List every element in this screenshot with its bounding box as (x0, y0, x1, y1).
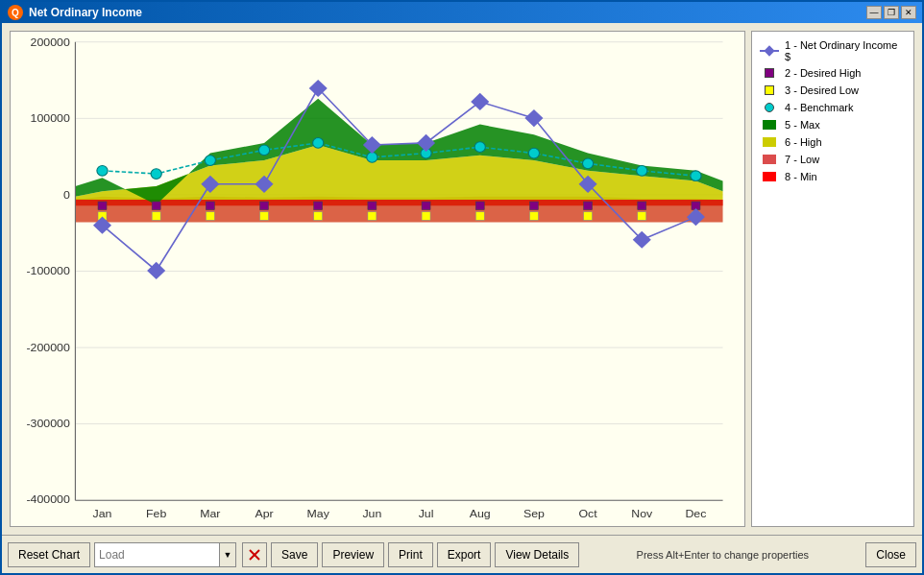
svg-text:Feb: Feb (146, 508, 167, 521)
svg-point-41 (582, 158, 593, 169)
legend-item-7: 7 - Low (760, 153, 906, 166)
legend-label-8: 8 - Min (785, 171, 817, 182)
legend-label-7: 7 - Low (785, 154, 819, 165)
svg-text:Jun: Jun (362, 508, 381, 521)
legend-item-4: 4 - Benchmark (760, 101, 906, 114)
legend-symbol-3 (760, 84, 779, 97)
svg-point-34 (205, 156, 215, 166)
legend-symbol-1 (760, 44, 779, 58)
svg-text:-100000: -100000 (26, 264, 70, 277)
svg-point-37 (367, 153, 377, 163)
svg-text:Nov: Nov (631, 508, 652, 521)
legend-label-2: 2 - Desired High (785, 67, 861, 79)
svg-rect-48 (314, 202, 323, 210)
svg-rect-51 (475, 202, 484, 210)
svg-rect-64 (529, 212, 538, 221)
svg-text:May: May (307, 508, 330, 521)
toolbar: Reset Chart ▼ Save Preview Print Export … (2, 535, 922, 573)
hint-text: Press Alt+Enter to change properties (583, 549, 862, 561)
svg-rect-49 (368, 202, 377, 210)
svg-rect-46 (206, 202, 214, 210)
svg-text:Dec: Dec (685, 508, 706, 521)
view-details-button[interactable]: View Details (495, 542, 579, 567)
svg-text:0: 0 (63, 188, 70, 202)
svg-rect-62 (422, 212, 430, 221)
legend-item-6: 6 - High (760, 135, 906, 149)
svg-point-36 (313, 138, 324, 149)
svg-rect-83 (764, 45, 774, 56)
load-input[interactable] (94, 542, 219, 567)
svg-rect-52 (529, 202, 538, 210)
svg-text:100000: 100000 (31, 112, 71, 126)
legend-item-8: 8 - Min (760, 170, 906, 183)
legend-item-5: 5 - Max (760, 118, 906, 132)
export-button[interactable]: Export (437, 542, 492, 567)
load-cancel-button[interactable] (242, 542, 267, 567)
svg-text:200000: 200000 (31, 36, 71, 49)
save-button[interactable]: Save (271, 542, 318, 567)
load-dropdown-arrow[interactable]: ▼ (219, 542, 236, 567)
main-window: Q Net Ordinary Income — ❐ ✕ (0, 0, 924, 575)
window-title: Net Ordinary Income (29, 6, 142, 19)
svg-marker-29 (75, 197, 722, 223)
chart-svg: 200000 100000 0 -100000 -200000 -300000 … (11, 32, 744, 526)
svg-rect-61 (368, 212, 377, 221)
svg-rect-60 (314, 212, 323, 221)
legend-label-3: 3 - Desired Low (785, 84, 859, 96)
legend-item-3: 3 - Desired Low (760, 84, 906, 97)
svg-rect-47 (260, 202, 269, 210)
legend-item-1: 1 - Net Ordinary Income $ (760, 39, 906, 62)
svg-point-32 (97, 165, 108, 176)
legend-symbol-4 (760, 101, 779, 114)
svg-text:Oct: Oct (578, 508, 597, 521)
legend-symbol-2 (760, 66, 779, 80)
svg-text:Mar: Mar (200, 508, 220, 521)
load-combo: ▼ (94, 542, 236, 567)
svg-point-33 (151, 169, 161, 180)
svg-rect-65 (584, 212, 593, 221)
svg-rect-59 (260, 212, 269, 221)
minimize-button[interactable]: — (866, 6, 882, 19)
svg-rect-57 (152, 212, 160, 221)
svg-rect-0 (11, 32, 744, 526)
legend-symbol-5 (760, 118, 779, 132)
svg-rect-58 (206, 212, 214, 221)
svg-point-39 (474, 142, 485, 153)
svg-text:Jul: Jul (419, 508, 434, 521)
content-area: 200000 100000 0 -100000 -200000 -300000 … (2, 23, 922, 573)
legend-label-4: 4 - Benchmark (785, 102, 854, 113)
svg-rect-66 (638, 212, 646, 221)
svg-text:Aug: Aug (470, 508, 491, 521)
chart-container: 200000 100000 0 -100000 -200000 -300000 … (10, 31, 745, 527)
chart-area: 200000 100000 0 -100000 -200000 -300000 … (2, 23, 922, 535)
svg-text:-400000: -400000 (26, 493, 70, 507)
svg-point-40 (528, 148, 539, 158)
legend-label-6: 6 - High (785, 136, 822, 148)
legend-item-2: 2 - Desired High (760, 66, 906, 80)
legend-label-5: 5 - Max (785, 119, 820, 131)
reset-chart-button[interactable]: Reset Chart (8, 542, 90, 567)
close-button[interactable]: Close (865, 542, 916, 567)
close-window-button[interactable]: ✕ (901, 6, 916, 19)
svg-rect-53 (584, 202, 593, 210)
svg-point-42 (637, 165, 647, 176)
print-button[interactable]: Print (388, 542, 433, 567)
svg-text:Sep: Sep (523, 508, 545, 521)
window-controls: — ❐ ✕ (866, 6, 916, 19)
svg-text:-300000: -300000 (26, 417, 70, 430)
svg-rect-63 (475, 212, 484, 221)
restore-button[interactable]: ❐ (884, 6, 899, 19)
svg-rect-44 (98, 202, 107, 210)
legend-symbol-7 (760, 153, 779, 166)
svg-point-43 (691, 171, 701, 181)
svg-rect-54 (638, 202, 646, 210)
title-bar: Q Net Ordinary Income — ❐ ✕ (2, 2, 922, 23)
legend-panel: 1 - Net Ordinary Income $ 2 - Desired Hi… (751, 31, 914, 527)
legend-symbol-8 (760, 170, 779, 183)
app-icon: Q (8, 5, 23, 20)
svg-point-35 (258, 145, 269, 156)
legend-symbol-6 (760, 135, 779, 149)
svg-text:Apr: Apr (255, 508, 273, 521)
preview-button[interactable]: Preview (322, 542, 384, 567)
svg-rect-45 (152, 202, 160, 210)
